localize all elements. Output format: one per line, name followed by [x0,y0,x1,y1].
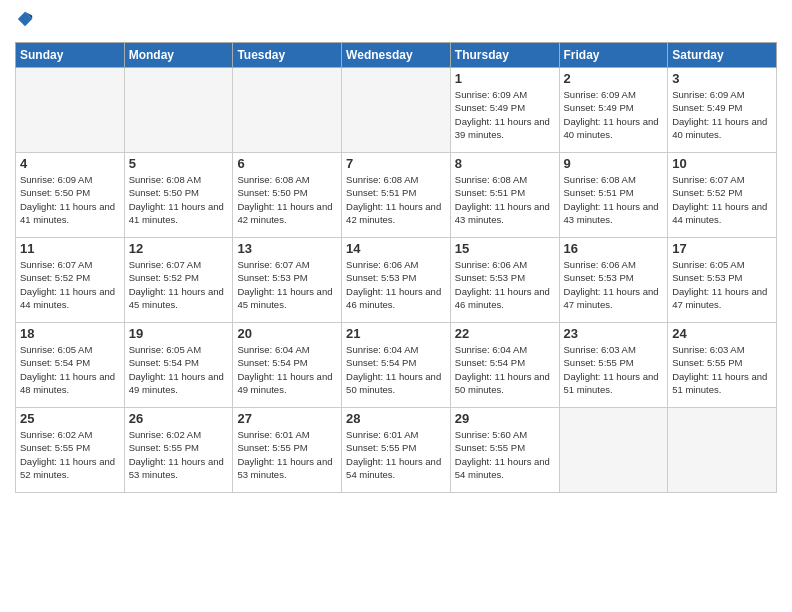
day-number: 29 [455,411,555,426]
calendar-cell: 9Sunrise: 6:08 AM Sunset: 5:51 PM Daylig… [559,153,668,238]
day-info: Sunrise: 6:09 AM Sunset: 5:50 PM Dayligh… [20,173,120,226]
day-number: 8 [455,156,555,171]
day-info: Sunrise: 6:05 AM Sunset: 5:53 PM Dayligh… [672,258,772,311]
day-info: Sunrise: 6:08 AM Sunset: 5:50 PM Dayligh… [237,173,337,226]
day-number: 28 [346,411,446,426]
day-info: Sunrise: 6:08 AM Sunset: 5:51 PM Dayligh… [455,173,555,226]
calendar-cell: 4Sunrise: 6:09 AM Sunset: 5:50 PM Daylig… [16,153,125,238]
day-number: 15 [455,241,555,256]
day-number: 2 [564,71,664,86]
day-number: 9 [564,156,664,171]
calendar-cell [342,68,451,153]
day-info: Sunrise: 6:03 AM Sunset: 5:55 PM Dayligh… [672,343,772,396]
calendar-cell: 18Sunrise: 6:05 AM Sunset: 5:54 PM Dayli… [16,323,125,408]
day-info: Sunrise: 6:07 AM Sunset: 5:52 PM Dayligh… [672,173,772,226]
day-info: Sunrise: 6:04 AM Sunset: 5:54 PM Dayligh… [346,343,446,396]
day-number: 3 [672,71,772,86]
day-info: Sunrise: 6:07 AM Sunset: 5:53 PM Dayligh… [237,258,337,311]
calendar-cell: 21Sunrise: 6:04 AM Sunset: 5:54 PM Dayli… [342,323,451,408]
general-blue-icon [16,10,34,28]
calendar-cell: 23Sunrise: 6:03 AM Sunset: 5:55 PM Dayli… [559,323,668,408]
calendar-cell: 2Sunrise: 6:09 AM Sunset: 5:49 PM Daylig… [559,68,668,153]
calendar-cell [16,68,125,153]
calendar-week-1: 1Sunrise: 6:09 AM Sunset: 5:49 PM Daylig… [16,68,777,153]
day-info: Sunrise: 6:09 AM Sunset: 5:49 PM Dayligh… [564,88,664,141]
calendar-header-wednesday: Wednesday [342,43,451,68]
calendar-cell: 13Sunrise: 6:07 AM Sunset: 5:53 PM Dayli… [233,238,342,323]
calendar-header-row: SundayMondayTuesdayWednesdayThursdayFrid… [16,43,777,68]
calendar-body: 1Sunrise: 6:09 AM Sunset: 5:49 PM Daylig… [16,68,777,493]
day-info: Sunrise: 6:06 AM Sunset: 5:53 PM Dayligh… [455,258,555,311]
calendar-cell [124,68,233,153]
day-info: Sunrise: 6:08 AM Sunset: 5:50 PM Dayligh… [129,173,229,226]
calendar-cell [233,68,342,153]
day-number: 23 [564,326,664,341]
day-number: 4 [20,156,120,171]
calendar-header-tuesday: Tuesday [233,43,342,68]
day-info: Sunrise: 6:08 AM Sunset: 5:51 PM Dayligh… [564,173,664,226]
calendar-header-friday: Friday [559,43,668,68]
calendar-cell: 3Sunrise: 6:09 AM Sunset: 5:49 PM Daylig… [668,68,777,153]
day-number: 22 [455,326,555,341]
calendar-cell: 17Sunrise: 6:05 AM Sunset: 5:53 PM Dayli… [668,238,777,323]
calendar-cell: 1Sunrise: 6:09 AM Sunset: 5:49 PM Daylig… [450,68,559,153]
day-info: Sunrise: 6:05 AM Sunset: 5:54 PM Dayligh… [129,343,229,396]
day-number: 20 [237,326,337,341]
day-info: Sunrise: 6:02 AM Sunset: 5:55 PM Dayligh… [20,428,120,481]
day-info: Sunrise: 6:09 AM Sunset: 5:49 PM Dayligh… [455,88,555,141]
calendar-cell: 6Sunrise: 6:08 AM Sunset: 5:50 PM Daylig… [233,153,342,238]
svg-marker-0 [18,12,32,26]
day-info: Sunrise: 6:01 AM Sunset: 5:55 PM Dayligh… [346,428,446,481]
day-info: Sunrise: 6:04 AM Sunset: 5:54 PM Dayligh… [455,343,555,396]
calendar-cell: 22Sunrise: 6:04 AM Sunset: 5:54 PM Dayli… [450,323,559,408]
calendar-week-3: 11Sunrise: 6:07 AM Sunset: 5:52 PM Dayli… [16,238,777,323]
calendar-cell [559,408,668,493]
day-info: Sunrise: 6:01 AM Sunset: 5:55 PM Dayligh… [237,428,337,481]
day-number: 26 [129,411,229,426]
day-info: Sunrise: 6:09 AM Sunset: 5:49 PM Dayligh… [672,88,772,141]
day-info: Sunrise: 6:04 AM Sunset: 5:54 PM Dayligh… [237,343,337,396]
calendar-cell: 27Sunrise: 6:01 AM Sunset: 5:55 PM Dayli… [233,408,342,493]
day-info: Sunrise: 6:05 AM Sunset: 5:54 PM Dayligh… [20,343,120,396]
calendar-cell: 15Sunrise: 6:06 AM Sunset: 5:53 PM Dayli… [450,238,559,323]
day-number: 10 [672,156,772,171]
day-info: Sunrise: 6:03 AM Sunset: 5:55 PM Dayligh… [564,343,664,396]
day-info: Sunrise: 6:08 AM Sunset: 5:51 PM Dayligh… [346,173,446,226]
calendar-header-thursday: Thursday [450,43,559,68]
calendar-cell: 11Sunrise: 6:07 AM Sunset: 5:52 PM Dayli… [16,238,125,323]
day-info: Sunrise: 6:06 AM Sunset: 5:53 PM Dayligh… [564,258,664,311]
day-number: 21 [346,326,446,341]
day-number: 13 [237,241,337,256]
day-info: Sunrise: 5:60 AM Sunset: 5:55 PM Dayligh… [455,428,555,481]
day-number: 27 [237,411,337,426]
day-number: 24 [672,326,772,341]
calendar-header-saturday: Saturday [668,43,777,68]
day-info: Sunrise: 6:07 AM Sunset: 5:52 PM Dayligh… [129,258,229,311]
calendar-cell: 19Sunrise: 6:05 AM Sunset: 5:54 PM Dayli… [124,323,233,408]
calendar-cell: 14Sunrise: 6:06 AM Sunset: 5:53 PM Dayli… [342,238,451,323]
calendar-cell: 7Sunrise: 6:08 AM Sunset: 5:51 PM Daylig… [342,153,451,238]
calendar-cell: 20Sunrise: 6:04 AM Sunset: 5:54 PM Dayli… [233,323,342,408]
day-number: 16 [564,241,664,256]
day-number: 25 [20,411,120,426]
day-number: 12 [129,241,229,256]
day-info: Sunrise: 6:07 AM Sunset: 5:52 PM Dayligh… [20,258,120,311]
day-number: 11 [20,241,120,256]
calendar-cell: 12Sunrise: 6:07 AM Sunset: 5:52 PM Dayli… [124,238,233,323]
calendar-week-2: 4Sunrise: 6:09 AM Sunset: 5:50 PM Daylig… [16,153,777,238]
day-number: 7 [346,156,446,171]
calendar-table: SundayMondayTuesdayWednesdayThursdayFrid… [15,42,777,493]
day-info: Sunrise: 6:02 AM Sunset: 5:55 PM Dayligh… [129,428,229,481]
calendar-cell: 28Sunrise: 6:01 AM Sunset: 5:55 PM Dayli… [342,408,451,493]
calendar-cell: 26Sunrise: 6:02 AM Sunset: 5:55 PM Dayli… [124,408,233,493]
calendar-cell: 8Sunrise: 6:08 AM Sunset: 5:51 PM Daylig… [450,153,559,238]
day-number: 6 [237,156,337,171]
calendar-cell: 16Sunrise: 6:06 AM Sunset: 5:53 PM Dayli… [559,238,668,323]
day-info: Sunrise: 6:06 AM Sunset: 5:53 PM Dayligh… [346,258,446,311]
calendar-cell: 24Sunrise: 6:03 AM Sunset: 5:55 PM Dayli… [668,323,777,408]
calendar-header-monday: Monday [124,43,233,68]
calendar-cell: 5Sunrise: 6:08 AM Sunset: 5:50 PM Daylig… [124,153,233,238]
day-number: 17 [672,241,772,256]
day-number: 18 [20,326,120,341]
calendar-cell: 25Sunrise: 6:02 AM Sunset: 5:55 PM Dayli… [16,408,125,493]
